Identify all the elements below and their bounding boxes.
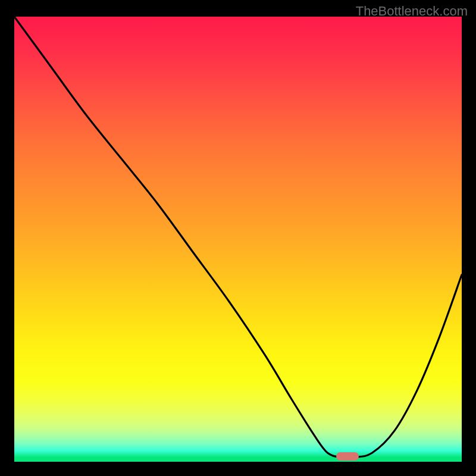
plot-area xyxy=(14,17,462,462)
bottleneck-curve xyxy=(14,17,462,458)
watermark-text: TheBottleneck.com xyxy=(356,4,468,19)
optimal-marker xyxy=(336,452,359,461)
curve-svg xyxy=(14,17,462,462)
